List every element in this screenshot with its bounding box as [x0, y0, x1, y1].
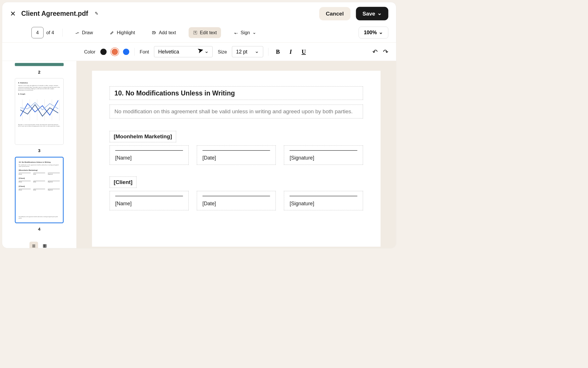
color-swatch-black[interactable] [100, 49, 107, 55]
close-icon[interactable]: ✕ [10, 9, 16, 18]
add-text-tool-button[interactable]: Add text [148, 27, 180, 38]
chart-thumbnail-icon [18, 96, 60, 124]
thumbnail-label: 2 [38, 70, 40, 75]
thumbnail-page-2-partial[interactable] [15, 63, 64, 66]
chevron-down-icon: ⌄ [379, 29, 383, 35]
highlight-tool-button[interactable]: Highlight [105, 27, 139, 38]
chevron-down-icon: ⌄ [255, 48, 259, 54]
editable-body[interactable]: No modification on this agreement shall … [109, 105, 363, 118]
thumbnail-page-4[interactable]: 10. No Modifications Unless in Writing N… [15, 157, 64, 223]
bold-button[interactable]: B [274, 48, 282, 56]
color-label: Color [84, 49, 95, 54]
edit-text-tool-button[interactable]: Edit text [189, 27, 221, 38]
divider [134, 48, 135, 55]
size-label: Size [218, 49, 227, 54]
editable-name-field[interactable]: [Name] [109, 145, 188, 165]
document-title: Client Agreement.pdf [21, 10, 88, 18]
divider [268, 48, 268, 55]
font-dropdown[interactable]: Helvetica ⌄ [154, 46, 213, 57]
thumbnail-label: 3 [38, 148, 40, 153]
sign-icon [233, 30, 238, 35]
editable-signature-field[interactable]: [Signature] [284, 191, 363, 210]
draw-tool-button[interactable]: Draw [71, 27, 97, 38]
save-button[interactable]: Save ⌄ [356, 7, 388, 20]
page-4: 10. No Modifications Unless in Writing N… [92, 71, 380, 247]
sign-tool-button[interactable]: Sign ⌄ [229, 27, 260, 38]
total-pages-label: of 4 [46, 30, 54, 35]
add-text-icon [152, 30, 156, 35]
color-swatch-blue[interactable] [123, 49, 129, 55]
thumbnail-page-3[interactable]: 8. Statistics Statistics is the study an… [15, 78, 64, 145]
editable-heading[interactable]: 10. No Modifications Unless in Writing [109, 87, 363, 100]
chevron-down-icon: ⌄ [204, 48, 209, 54]
undo-icon[interactable]: ↶ [372, 48, 378, 55]
document-canvas[interactable]: 10. No Modifications Unless in Writing N… [76, 61, 396, 248]
thumbnail-label: 4 [38, 227, 40, 232]
italic-button[interactable]: I [287, 48, 294, 56]
cancel-button[interactable]: Cancel [319, 7, 351, 20]
editable-signature-field[interactable]: [Signature] [284, 145, 363, 165]
save-button-label: Save [362, 10, 375, 17]
current-page-input[interactable]: 4 [31, 27, 43, 38]
zoom-dropdown[interactable]: 100% ⌄ [359, 26, 388, 38]
page-indicator: 4 of 4 [31, 27, 54, 38]
svg-rect-13 [43, 246, 45, 247]
svg-rect-11 [43, 244, 45, 246]
chevron-down-icon: ⌄ [377, 10, 382, 16]
font-label: Font [140, 49, 149, 54]
chevron-down-icon: ⌄ [252, 29, 256, 35]
size-dropdown[interactable]: 12 pt ⌄ [232, 46, 263, 57]
grid-view-button[interactable] [40, 241, 49, 248]
thumbnail-sidebar: 2 8. Statistics Statistics is the study … [2, 61, 76, 248]
redo-icon[interactable]: ↷ [383, 48, 388, 55]
svg-rect-12 [45, 244, 46, 246]
editable-signatory-label[interactable]: [Client] [109, 177, 136, 188]
editable-signatory-label[interactable]: [Moonhelm Marketing] [109, 131, 176, 142]
underline-button[interactable]: U [299, 48, 308, 56]
highlight-icon [110, 30, 114, 35]
color-swatch-orange[interactable] [112, 49, 118, 55]
divider [62, 29, 63, 37]
edit-title-icon[interactable]: ✎ [95, 11, 98, 16]
editable-date-field[interactable]: [Date] [197, 191, 276, 210]
edit-text-icon [193, 30, 198, 35]
editable-date-field[interactable]: [Date] [197, 145, 276, 165]
list-view-button[interactable] [30, 241, 38, 248]
editable-name-field[interactable]: [Name] [109, 191, 188, 210]
draw-icon [75, 30, 80, 35]
svg-rect-14 [45, 246, 46, 247]
